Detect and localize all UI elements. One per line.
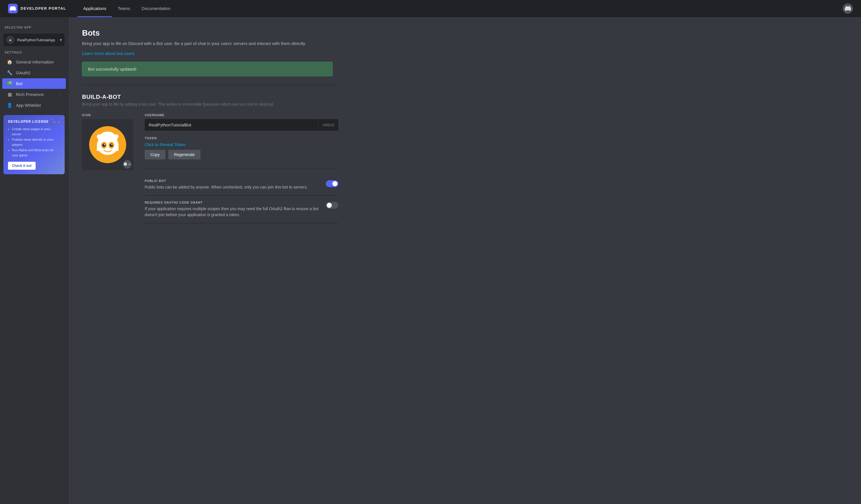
whitelist-icon: 👤 xyxy=(7,103,13,108)
page-subtitle: Bring your app to life on Discord with a… xyxy=(82,40,333,47)
divider-1 xyxy=(82,85,338,85)
oauth2-grant-toggle[interactable] xyxy=(326,202,338,209)
app-selector[interactable]: ● RealPythonTutorialApp ▾ xyxy=(3,33,65,46)
app-selector-icon: ● xyxy=(6,36,14,44)
sidebar-item-label-general: General Information xyxy=(16,59,61,64)
logo: DEVELOPER PORTAL xyxy=(8,4,66,13)
discord-mascot-svg xyxy=(93,131,122,159)
sidebar-item-label-app-whitelist: App Whitelist xyxy=(16,103,61,108)
logo-text: DEVELOPER PORTAL xyxy=(20,6,66,11)
toggle-knob-oauth2-grant xyxy=(327,203,332,208)
token-label: TOKEN xyxy=(145,136,338,140)
app-selector-name: RealPythonTutorialApp xyxy=(17,38,57,42)
svg-point-10 xyxy=(111,144,112,145)
chevron-right-icon: › xyxy=(60,92,61,96)
svg-point-7 xyxy=(102,144,106,147)
developer-license-card: 🎮 DEVELOPER LICENSE Create store pages i… xyxy=(3,115,65,174)
sidebar-item-label-oauth2: OAuth2 xyxy=(16,70,61,75)
oauth2-grant-info: REQUIRES OAUTH2 CODE GRANT If your appli… xyxy=(145,201,326,218)
topnav: DEVELOPER PORTAL Applications Teams Docu… xyxy=(0,0,861,17)
page-title: Bots xyxy=(82,28,847,38)
bot-avatar xyxy=(89,126,126,163)
main-content: Bots Bring your app to life on Discord w… xyxy=(68,17,861,504)
settings-label: SETTINGS xyxy=(0,51,68,56)
bot-build-grid: ICON xyxy=(82,113,338,223)
svg-point-8 xyxy=(110,144,113,147)
sidebar-item-general-information[interactable]: 🏠 General Information xyxy=(2,57,66,67)
token-reveal-link[interactable]: Click to Reveal Token xyxy=(145,142,338,147)
success-banner: Bot successfully updated! xyxy=(82,62,333,76)
public-bot-row: PUBLIC BOT Public bots can be added by a… xyxy=(145,174,338,195)
user-avatar[interactable] xyxy=(843,3,853,14)
main-layout: SELECTED APP ● RealPythonTutorialApp ▾ S… xyxy=(0,17,861,504)
svg-point-4 xyxy=(100,132,115,143)
bot-icon-wrapper: ＋ xyxy=(82,119,133,170)
username-label: USERNAME xyxy=(145,113,338,117)
nav-link-applications[interactable]: Applications xyxy=(78,0,112,17)
nav-link-documentation[interactable]: Documentation xyxy=(136,0,176,17)
sidebar-item-label-rich-presence: Rich Presence xyxy=(16,92,57,97)
token-section: TOKEN Click to Reveal Token Copy Regener… xyxy=(145,136,338,160)
learn-more-link[interactable]: Learn more about bot users xyxy=(82,51,134,56)
nav-link-teams[interactable]: Teams xyxy=(112,0,136,17)
bot-avatar-edit-button[interactable]: ＋ xyxy=(122,160,132,169)
sidebar-item-bot[interactable]: 🧩 Bot xyxy=(2,78,66,89)
svg-rect-1 xyxy=(97,145,119,151)
dev-license-item-2: Run Alpha and Beta tests for your game xyxy=(12,148,60,158)
sidebar-item-rich-presence[interactable]: ▦ Rich Presence › xyxy=(2,89,66,100)
selected-app-label: SELECTED APP xyxy=(0,26,68,31)
oauth2-grant-row: REQUIRES OAUTH2 CODE GRANT If your appli… xyxy=(145,195,338,223)
username-input[interactable] xyxy=(145,119,318,131)
public-bot-desc: Public bots can be added by anyone. When… xyxy=(145,184,308,190)
wrench-icon: 🔧 xyxy=(7,70,13,76)
check-it-out-button[interactable]: Check it out xyxy=(8,162,36,170)
toggle-knob-public-bot xyxy=(332,181,338,186)
puzzle-icon: 🧩 xyxy=(7,81,13,86)
copy-button[interactable]: Copy xyxy=(145,150,165,160)
sidebar-item-label-bot: Bot xyxy=(16,81,61,86)
token-buttons: Copy Regenerate xyxy=(145,150,338,160)
home-icon: 🏠 xyxy=(7,59,13,65)
section-subtitle: Bring your app to life by adding a bot u… xyxy=(82,102,847,107)
icon-label: ICON xyxy=(82,113,133,117)
nav-links: Applications Teams Documentation xyxy=(78,0,843,17)
dev-license-item-1: Publish news directly to your players xyxy=(12,137,60,148)
logo-icon xyxy=(8,4,18,13)
icon-section: ICON xyxy=(82,113,133,170)
public-bot-info: PUBLIC BOT Public bots can be added by a… xyxy=(145,179,308,190)
svg-point-11 xyxy=(97,134,101,139)
oauth2-grant-title: REQUIRES OAUTH2 CODE GRANT xyxy=(145,201,326,204)
sidebar-item-app-whitelist[interactable]: 👤 App Whitelist xyxy=(2,100,66,110)
bot-fields: USERNAME #9643 TOKEN Click to Reveal Tok… xyxy=(145,113,338,223)
toggle-section: PUBLIC BOT Public bots can be added by a… xyxy=(145,168,338,223)
app-selector-chevron-icon: ▾ xyxy=(60,38,62,42)
username-row: #9643 xyxy=(145,119,338,131)
section-title: BUILD-A-BOT xyxy=(82,94,847,100)
discriminator: #9643 xyxy=(318,119,338,131)
svg-point-9 xyxy=(104,144,105,145)
sidebar: SELECTED APP ● RealPythonTutorialApp ▾ S… xyxy=(0,17,68,504)
oauth2-grant-desc: If your application requires multiple sc… xyxy=(145,206,326,218)
dev-license-deco: 🎮 xyxy=(46,115,65,133)
public-bot-toggle[interactable] xyxy=(326,180,338,187)
rich-presence-icon: ▦ xyxy=(7,92,13,97)
public-bot-title: PUBLIC BOT xyxy=(145,179,308,182)
svg-point-12 xyxy=(114,134,119,139)
sidebar-item-oauth2[interactable]: 🔧 OAuth2 xyxy=(2,68,66,78)
regenerate-button[interactable]: Regenerate xyxy=(168,150,201,160)
